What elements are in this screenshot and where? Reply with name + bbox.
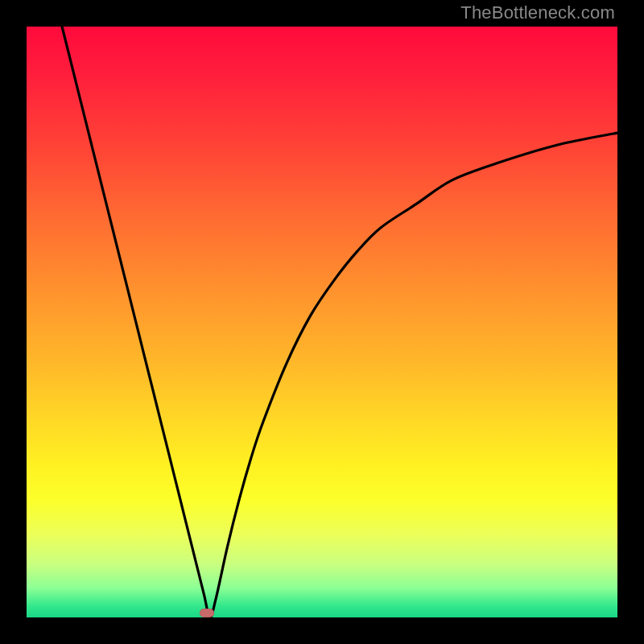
optimal-point-marker: [200, 609, 214, 617]
chart-frame: TheBottleneck.com: [0, 0, 644, 644]
watermark-text: TheBottleneck.com: [460, 2, 615, 23]
plot-area: [27, 27, 617, 617]
bottleneck-curve: [27, 27, 617, 617]
